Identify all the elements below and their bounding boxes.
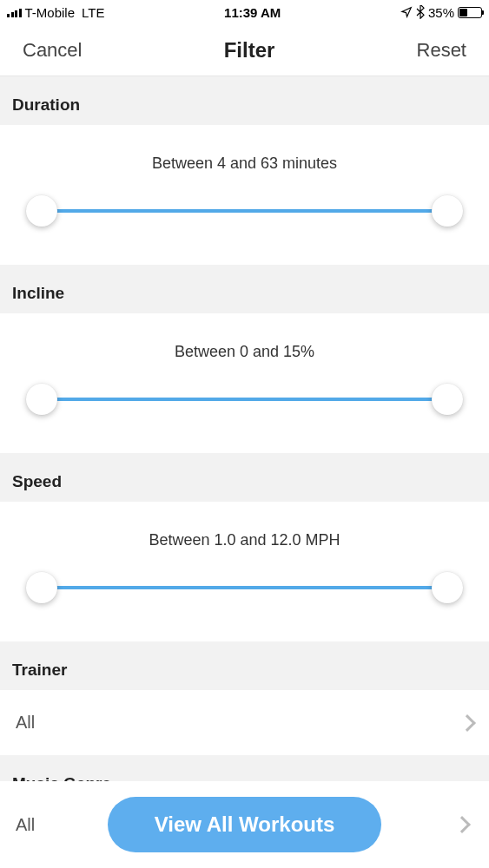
carrier-label: T-Mobile — [25, 5, 76, 20]
slider-panel-duration: Between 4 and 63 minutes — [0, 125, 489, 265]
incline-range-label: Between 0 and 15% — [14, 343, 475, 361]
incline-slider[interactable] — [14, 384, 475, 415]
speed-slider[interactable] — [14, 572, 475, 603]
slider-track — [30, 586, 459, 589]
trainer-value: All — [16, 713, 35, 733]
trainer-row[interactable]: All — [0, 690, 489, 755]
chevron-right-icon — [459, 714, 476, 732]
section-header-trainer: Trainer — [0, 641, 489, 690]
reset-button[interactable]: Reset — [417, 39, 466, 62]
cancel-button[interactable]: Cancel — [23, 39, 82, 62]
duration-thumb-max[interactable] — [432, 195, 463, 227]
slider-panel-incline: Between 0 and 15% — [0, 313, 489, 453]
bluetooth-icon — [416, 5, 425, 19]
section-header-duration: Duration — [0, 76, 489, 125]
status-left: T-Mobile LTE — [7, 5, 104, 20]
duration-thumb-min[interactable] — [26, 195, 57, 227]
cta-bar: All View All Workouts — [0, 781, 489, 868]
duration-slider[interactable] — [14, 195, 475, 227]
status-time: 11:39 AM — [224, 5, 281, 20]
incline-thumb-min[interactable] — [26, 384, 57, 415]
music-genre-value: All — [16, 815, 35, 835]
status-bar: T-Mobile LTE 11:39 AM 35% — [0, 0, 489, 24]
section-header-incline: Incline — [0, 265, 489, 313]
status-right: 35% — [400, 5, 482, 20]
slider-track — [30, 398, 459, 401]
incline-thumb-max[interactable] — [432, 384, 463, 415]
chevron-right-icon — [453, 816, 471, 833]
battery-percent: 35% — [428, 5, 454, 20]
signal-icon — [7, 7, 22, 17]
speed-thumb-min[interactable] — [26, 572, 57, 603]
speed-thumb-max[interactable] — [432, 572, 463, 603]
battery-icon — [458, 7, 482, 18]
network-label: LTE — [82, 5, 104, 20]
speed-range-label: Between 1.0 and 12.0 MPH — [14, 531, 475, 549]
location-icon — [400, 6, 413, 18]
duration-range-label: Between 4 and 63 minutes — [14, 155, 475, 173]
slider-panel-speed: Between 1.0 and 12.0 MPH — [0, 502, 489, 641]
nav-bar: Cancel Filter Reset — [0, 24, 489, 76]
section-header-speed: Speed — [0, 453, 489, 502]
view-all-workouts-button[interactable]: View All Workouts — [108, 797, 382, 852]
slider-track — [30, 209, 459, 213]
page-title: Filter — [224, 38, 275, 62]
